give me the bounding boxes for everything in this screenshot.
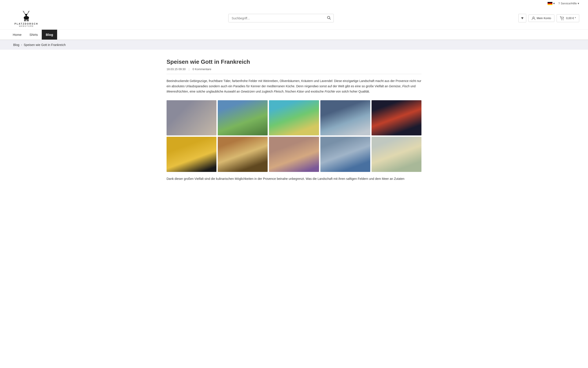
search-area [48,14,514,22]
blog-mid5: , frischen [283,90,297,93]
blog-end: von solch hoher Qualität. [335,90,370,93]
gallery-image-7[interactable] [218,137,268,172]
search-icon [327,16,331,20]
blog-mid1: , [401,84,402,88]
user-icon [532,17,535,20]
svg-rect-16 [27,19,27,21]
svg-line-9 [24,11,24,12]
nav-item-shirts[interactable]: Shirts [26,30,42,40]
content-area: Speisen wie Gott in Frankreich 18.03.15 … [153,50,435,190]
breadcrumb-root[interactable]: Blog [13,43,19,46]
svg-line-10 [27,12,28,14]
service-chevron: ▾ [578,2,579,5]
blog-em7: Früchte [325,90,335,93]
blog-body: Beeindruckende Gebirgszüge, fruchtbare T… [167,78,421,94]
gallery-image-10[interactable] [371,137,421,172]
blog-comments: 0 Kommentare [192,67,211,71]
header-actions: ♥ Mein Konto 0,00 € * [518,14,579,22]
meta-divider: | [189,67,190,71]
nav-item-blog[interactable]: Blog [42,30,57,40]
cart-icon [560,16,564,20]
blog-mid4: und zugleich [255,90,274,93]
blog-em3: Meeresfrüchten [167,90,188,93]
blog-mid6: und exotische [304,90,325,93]
heart-icon: ♥ [521,16,524,20]
flag-de-icon [548,2,552,5]
breadcrumb-current: Speisen wie Gott in Frankreich [24,43,66,46]
blog-meta: 18.03.15 09:30 | 0 Kommentare [167,67,421,74]
blog-title: Speisen wie Gott in Frankreich [167,58,421,65]
svg-rect-1 [548,3,552,4]
gallery-row-1 [167,100,421,135]
svg-rect-15 [25,19,26,21]
gallery-image-1[interactable] [167,100,217,135]
svg-rect-17 [28,19,28,21]
svg-rect-0 [548,2,552,3]
account-label: Mein Konto [537,17,551,20]
svg-line-6 [24,12,25,14]
blog-em6: Käse [297,90,304,93]
logo-sub: WEBSTORE [19,25,34,27]
blog-em1: Gemüse [389,84,401,88]
language-selector[interactable]: ▾ [548,2,555,5]
gallery-image-8[interactable] [269,137,319,172]
gallery-image-6[interactable] [167,137,217,172]
cart-price: 0,00 € * [566,17,576,20]
nav-item-home[interactable]: Home [9,30,26,40]
blog-em4: Gewürzen [241,90,255,93]
search-box [228,14,334,22]
blog-em5: Fleisch [274,90,283,93]
blog-em2: Fisch [402,84,410,88]
logo[interactable]: PLATZDORSCH WEBSTORE [9,9,44,27]
blog-date: 18.03.15 09:30 [167,67,186,71]
svg-rect-2 [548,4,552,5]
svg-rect-14 [24,19,25,21]
stag-logo-icon [20,9,33,22]
header-topbar: ▾ ? Service/Hilfe ▾ [0,0,588,7]
wishlist-button[interactable]: ♥ [518,14,526,22]
gallery-image-4[interactable] [320,100,370,135]
svg-point-21 [561,19,562,20]
search-input[interactable] [228,14,324,22]
svg-line-13 [28,11,28,12]
nav-bar: Home Shirts Blog [0,30,588,40]
blog-mid2: und [410,84,416,88]
header-main: PLATZDORSCH WEBSTORE ♥ Mein Konto [0,7,588,30]
blog-mid3: , eine solche unglaubliche Auswahl an [188,90,241,93]
breadcrumb-separator: › [21,43,22,46]
svg-point-5 [25,14,27,16]
question-icon: ? [558,2,560,5]
blog-bottom-text: Dank dieser großen Vielfalt sind die kul… [167,176,421,182]
logo-name: PLATZDORSCH [15,23,38,25]
lang-chevron: ▾ [553,2,555,5]
blog-body-p1: Beeindruckende Gebirgszüge, fruchtbare T… [167,79,421,88]
gallery-row-2 [167,137,421,172]
gallery-image-5[interactable] [371,100,421,135]
gallery-image-3[interactable] [269,100,319,135]
svg-line-19 [330,18,331,19]
gallery-image-9[interactable] [320,137,370,172]
svg-point-22 [563,19,564,20]
account-button[interactable]: Mein Konto [528,15,554,22]
search-button[interactable] [324,14,334,22]
gallery-image-2[interactable] [218,100,268,135]
service-hilfe-button[interactable]: ? Service/Hilfe ▾ [558,2,579,5]
breadcrumb: Blog › Speisen wie Gott in Frankreich [0,40,588,50]
service-label: Service/Hilfe [561,2,577,5]
cart-button[interactable]: 0,00 € * [557,14,579,22]
